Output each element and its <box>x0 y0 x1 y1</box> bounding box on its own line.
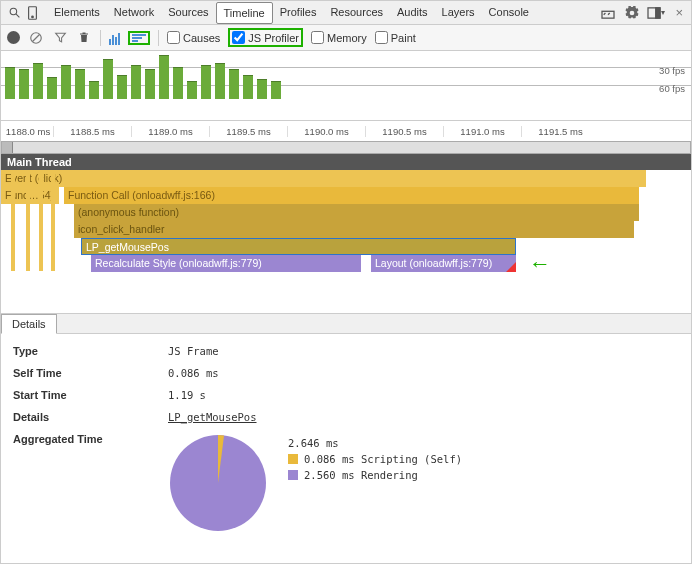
overview-scrubber[interactable] <box>1 141 691 154</box>
svg-point-3 <box>31 16 33 18</box>
flame-anon[interactable]: (anonymous function) <box>74 204 639 221</box>
drawer-icon[interactable] <box>599 4 617 22</box>
tab-resources[interactable]: Resources <box>323 2 390 24</box>
time-ruler: 1188.0 ms1188.5 ms1189.0 ms1189.5 ms1190… <box>1 121 691 141</box>
svg-rect-6 <box>656 7 660 17</box>
starttime-value: 1.19 s <box>168 389 206 401</box>
tab-sources[interactable]: Sources <box>161 2 215 24</box>
record-button[interactable] <box>7 31 20 44</box>
memory-label: Memory <box>327 32 367 44</box>
aggtime-key: Aggregated Time <box>13 433 168 445</box>
swatch-rendering <box>288 470 298 480</box>
type-key: Type <box>13 345 168 357</box>
tab-console[interactable]: Console <box>482 2 536 24</box>
tab-network[interactable]: Network <box>107 2 161 24</box>
clear-icon[interactable] <box>28 30 44 46</box>
selftime-key: Self Time <box>13 367 168 379</box>
overview-chart <box>5 53 315 99</box>
warning-triangle-icon <box>506 262 516 272</box>
causes-checkbox[interactable]: Causes <box>167 31 220 44</box>
selftime-value: 0.086 ms <box>168 367 219 379</box>
flame-event-click[interactable]: Event (click) <box>1 170 646 187</box>
tab-profiles[interactable]: Profiles <box>273 2 324 24</box>
memory-checkbox[interactable]: Memory <box>311 31 367 44</box>
tab-elements[interactable]: Elements <box>47 2 107 24</box>
flame-lp-getmousepos[interactable]: LP_getMousePos <box>81 238 516 255</box>
tab-audits[interactable]: Audits <box>390 2 435 24</box>
type-value: JS Frame <box>168 345 219 357</box>
details-link[interactable]: LP_getMousePos <box>168 411 257 423</box>
dock-icon[interactable]: ▾ <box>647 4 665 22</box>
flame-function-call[interactable]: Function Call (onloadwff.js:166) <box>64 187 639 204</box>
paint-label: Paint <box>391 32 416 44</box>
callout-arrow-icon: ← <box>529 251 551 277</box>
svg-point-0 <box>10 8 17 15</box>
tab-timeline[interactable]: Timeline <box>216 2 273 24</box>
close-icon[interactable]: × <box>671 5 687 20</box>
aggregated-pie-chart <box>168 433 268 533</box>
filter-icon[interactable] <box>52 30 68 46</box>
js-profiler-checkbox[interactable]: JS Profiler <box>232 31 299 44</box>
tab-layers[interactable]: Layers <box>435 2 482 24</box>
main-thread-header: Main Thread <box>1 154 691 170</box>
view-bars-icon[interactable] <box>109 31 120 45</box>
view-flame-icon[interactable] <box>128 31 150 45</box>
js-profiler-highlight: JS Profiler <box>228 28 303 47</box>
device-icon[interactable] <box>23 4 41 22</box>
svg-line-1 <box>16 14 19 17</box>
js-profiler-label: JS Profiler <box>248 32 299 44</box>
legend-rendering: 2.560 ms Rendering <box>304 469 418 481</box>
legend-total: 2.646 ms <box>288 437 339 449</box>
overview-pane[interactable]: 30 fps 60 fps <box>1 51 691 121</box>
fps-60-label: 60 fps <box>659 83 685 101</box>
flame-recalc-style[interactable]: Recalculate Style (onloadwff.js:779) <box>91 255 361 272</box>
flame-icon-click[interactable]: icon_click_handler <box>74 221 634 238</box>
details-tab[interactable]: Details <box>1 314 57 334</box>
swatch-scripting <box>288 454 298 464</box>
paint-checkbox[interactable]: Paint <box>375 31 416 44</box>
panel-tabs: Elements Network Sources Timeline Profil… <box>47 2 536 24</box>
fps-30-label: 30 fps <box>659 65 685 83</box>
search-icon[interactable] <box>5 4 23 22</box>
details-panel: TypeJS Frame Self Time0.086 ms Start Tim… <box>1 334 691 544</box>
causes-label: Causes <box>183 32 220 44</box>
devtools-tab-bar: Elements Network Sources Timeline Profil… <box>1 1 691 25</box>
details-key: Details <box>13 411 168 423</box>
flame-layout[interactable]: Layout (onloadwff.js:779) <box>371 255 516 272</box>
pie-legend: 2.646 ms 0.086 ms Scripting (Self) 2.560… <box>288 433 462 485</box>
details-tab-bar: Details <box>1 314 691 334</box>
flame-chart[interactable]: Main Thread Event (click) Func…54) Funct… <box>1 154 691 314</box>
legend-scripting: 0.086 ms Scripting (Self) <box>304 453 462 465</box>
starttime-key: Start Time <box>13 389 168 401</box>
gear-icon[interactable] <box>623 4 641 22</box>
trash-icon[interactable] <box>76 30 92 46</box>
timeline-toolbar: Causes JS Profiler Memory Paint <box>1 25 691 51</box>
svg-line-8 <box>33 34 40 41</box>
